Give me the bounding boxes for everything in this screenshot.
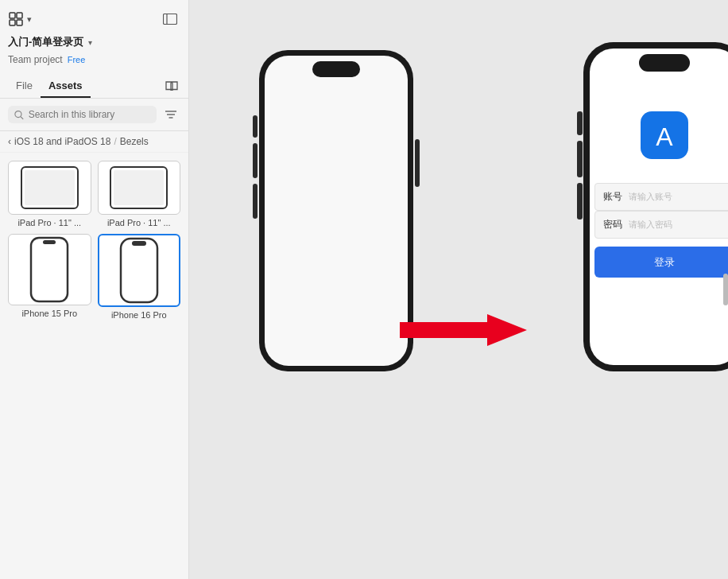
svg-rect-21 [312,61,360,77]
breadcrumb-item-2[interactable]: Bezels [120,136,149,147]
svg-rect-4 [164,14,177,25]
tab-group: File Assets [8,75,91,98]
svg-rect-14 [114,170,164,205]
team-row: Team project Free [8,54,180,72]
search-input[interactable] [29,109,150,120]
resize-handle[interactable] [723,274,728,305]
svg-rect-23 [253,143,258,178]
asset-thumb-iphone15 [8,234,91,305]
layout-toggle-btn[interactable] [160,11,180,27]
password-placeholder: 请输入密码 [629,219,726,231]
asset-label-ipad-1: iPad Pro · 11" ... [17,218,81,227]
login-button-container: 登录 [594,247,728,278]
project-title-row: 入门-简单登录页 ▾ [8,32,180,54]
svg-rect-3 [17,20,22,25]
account-placeholder: 请输入账号 [629,191,726,203]
breadcrumb-item-1[interactable]: iOS 18 and iPadOS 18 [14,136,110,147]
project-chevron[interactable]: ▾ [88,38,92,47]
login-button-label[interactable]: 登录 [654,256,675,268]
svg-rect-16 [43,240,56,244]
tab-file[interactable]: File [8,75,41,98]
project-title: 入门-简单登录页 [8,35,83,49]
component-chevron: ▾ [27,14,32,25]
svg-rect-30 [577,111,583,135]
svg-rect-2 [10,20,15,25]
breadcrumb: ‹ iOS 18 and iPadOS 18 / Bezels [0,131,188,153]
svg-rect-0 [10,13,15,18]
account-field-row: 账号 请输入账号 [594,183,728,211]
svg-rect-24 [253,184,258,219]
canvas: A 账号 请输入账号 密码 请输入密码 登录 [189,0,728,579]
breadcrumb-separator: / [114,136,116,147]
svg-rect-22 [253,115,258,138]
svg-rect-20 [265,56,408,366]
book-icon[interactable] [163,78,180,95]
search-input-wrap[interactable] [8,106,157,123]
asset-item-iphone16[interactable]: iPhone 16 Pro [98,234,181,320]
asset-item-ipad-1[interactable]: iPad Pro · 11" ... [8,161,91,227]
password-label: 密码 [603,218,622,231]
arrow-container [400,310,527,353]
filter-btn[interactable] [161,105,180,124]
account-label: 账号 [603,190,622,204]
svg-point-6 [15,111,21,117]
asset-label-iphone15: iPhone 15 Pro [21,309,77,318]
free-badge: Free [68,55,86,64]
svg-rect-1 [17,13,22,18]
component-icon [8,11,24,27]
asset-thumb-ipad-2 [98,161,181,215]
iphone-mockup-left [253,44,420,381]
sidebar: ▾ 入门-简单登录页 ▾ Team project Free File Asse… [0,0,189,579]
sidebar-top: ▾ 入门-简单登录页 ▾ Team project Free File Asse… [0,0,188,99]
svg-rect-25 [415,139,420,187]
svg-rect-29 [639,54,690,72]
tabs-row: File Assets [8,72,180,98]
asset-label-iphone16: iPhone 16 Pro [111,310,167,320]
search-row [8,105,180,124]
iphone-mockup-right: A 账号 请输入账号 密码 请输入密码 登录 [577,36,728,381]
assets-grid: iPad Pro · 11" ... iPad Pro · 11" ... [0,153,188,328]
component-icon-btn[interactable]: ▾ [8,11,32,27]
svg-rect-32 [577,183,583,220]
tab-assets[interactable]: Assets [41,75,91,98]
svg-text:A: A [656,122,673,151]
breadcrumb-back-btn[interactable]: ‹ [8,136,11,147]
svg-rect-12 [25,170,75,205]
asset-thumb-ipad-1 [8,161,91,215]
toolbar-row: ▾ [8,6,180,32]
search-section [0,99,188,131]
search-icon [14,110,24,120]
svg-rect-15 [31,238,68,301]
svg-marker-26 [400,314,527,346]
asset-item-iphone15[interactable]: iPhone 15 Pro [8,234,91,320]
password-field-row: 密码 请输入密码 [594,211,728,239]
asset-item-ipad-2[interactable]: iPad Pro · 11" ... [98,161,181,227]
svg-rect-17 [121,239,157,302]
svg-line-7 [21,116,23,119]
asset-thumb-iphone16 [98,234,181,307]
svg-rect-31 [577,141,583,177]
asset-label-ipad-2: iPad Pro · 11" ... [107,218,171,227]
app-store-icon: A [641,111,688,159]
svg-rect-18 [132,241,146,246]
team-label: Team project [8,54,63,65]
